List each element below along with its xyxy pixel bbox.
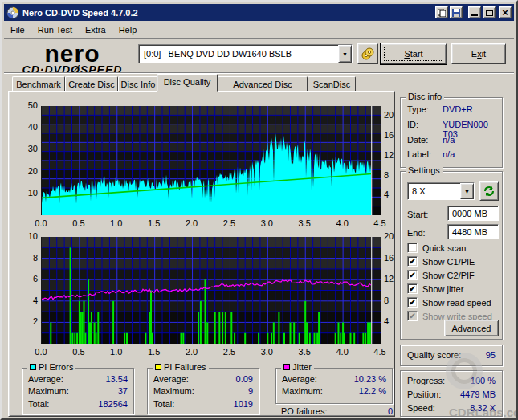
speed-label: Speed:: [407, 403, 435, 413]
speed-select[interactable]: 8 X ▼: [407, 182, 475, 200]
axis-tick-label: 0.0: [31, 347, 51, 357]
settings-group: Settings 8 X ▼ Start: 0000 MB End: 4480 …: [400, 171, 503, 340]
app-icon: [6, 6, 19, 19]
checkbox-label[interactable]: Show C1/PIE: [422, 257, 475, 267]
discs-icon: [361, 47, 375, 60]
axis-tick-label: 2.0: [182, 218, 202, 228]
window-title: Nero CD-DVD Speed 4.7.0.2: [22, 8, 434, 18]
stat-label: Total:: [153, 399, 174, 409]
advanced-button[interactable]: Advanced: [444, 320, 499, 336]
axis-tick-label: 8: [14, 253, 38, 263]
separator: [4, 38, 514, 39]
menu-run-test[interactable]: Run Test: [31, 23, 79, 36]
po-failures-label: PO failures:: [281, 406, 327, 416]
position-label: Position:: [407, 389, 441, 399]
axis-tick-label: 3.0: [257, 347, 276, 357]
drive-select[interactable]: [0:0] BENQ DVD DD DW1640 BSLB ▼: [138, 44, 353, 63]
save-icon[interactable]: [450, 6, 463, 18]
separator: [4, 72, 514, 74]
tab-scandisc[interactable]: ScanDisc: [308, 76, 356, 92]
axis-tick-label: 8: [384, 170, 400, 180]
axis-tick-label: 1.5: [145, 218, 164, 228]
tab-create-disc[interactable]: Create Disc: [65, 76, 118, 92]
logo-text-nero: nero: [11, 42, 133, 66]
stat-value: 9: [248, 386, 253, 396]
disc-info-label: Label:: [407, 149, 431, 159]
axis-tick-label: 12: [384, 274, 400, 283]
checkbox-label[interactable]: Show read speed: [422, 298, 491, 308]
disc-eject-button[interactable]: [357, 43, 378, 64]
axis-tick-label: 4.5: [370, 218, 390, 228]
stat-label: Total:: [28, 399, 49, 409]
menu-file[interactable]: File: [4, 23, 31, 36]
tab-advanced-disc-quality[interactable]: Advanced Disc Quality: [218, 76, 308, 92]
axis-tick-label: 1.5: [145, 347, 164, 357]
axis-tick-label: 2.0: [182, 347, 202, 357]
speed-selected-value: 8 X: [408, 186, 460, 196]
show-c2-pif-checkbox[interactable]: ✔: [407, 270, 418, 280]
axis-tick-label: 20: [384, 110, 400, 120]
chevron-down-icon[interactable]: ▼: [460, 183, 474, 199]
axis-tick-label: 16: [384, 130, 400, 140]
axis-tick-label: 12: [384, 150, 400, 160]
checkbox-label[interactable]: Quick scan: [422, 243, 466, 253]
disc-info-value: n/a: [443, 135, 455, 145]
axis-tick-label: 1.0: [107, 218, 126, 228]
group-title: Settings: [406, 165, 443, 175]
tab-disc-info[interactable]: Disc Info: [118, 76, 158, 92]
jitter-stats: Jitter Average:10.23 % Maximum:12.2 %: [275, 368, 393, 404]
minimize-button[interactable]: [468, 6, 481, 18]
quick-scan-checkbox[interactable]: [407, 243, 418, 253]
jitter-color-chip: [283, 364, 290, 370]
menu-help[interactable]: Help: [112, 23, 144, 36]
axis-tick-label: 4: [384, 316, 400, 326]
stat-label: Maximum:: [153, 386, 194, 396]
exit-button[interactable]: Exit: [451, 43, 506, 64]
tab-benchmark[interactable]: Benchmark: [12, 76, 65, 92]
pi-failures-stats: PI Failures Average:0.09 Maximum:9 Total…: [147, 368, 259, 414]
axis-tick-label: 30: [14, 144, 38, 153]
app-window: Nero CD-DVD Speed 4.7.0.2 × File Run Tes…: [0, 0, 518, 420]
axis-tick-label: 40: [14, 122, 38, 132]
close-button[interactable]: ×: [499, 6, 512, 18]
stat-value: 13.54: [105, 374, 128, 384]
axis-tick-label: 2.5: [219, 218, 239, 228]
axis-tick-label: 3.5: [295, 218, 314, 228]
checkbox-label[interactable]: Show jitter: [422, 284, 463, 294]
pi-errors-stats: PI Errors Average:13.54 Maximum:37 Total…: [22, 368, 134, 414]
show-write-speed-checkbox: ✔: [407, 311, 418, 321]
stat-value: 10.23 %: [354, 374, 386, 384]
disc-info-label: ID:: [407, 120, 418, 129]
group-title: Jitter: [292, 362, 312, 372]
show-jitter-checkbox[interactable]: ✔: [407, 283, 418, 294]
show-c1-pie-checkbox[interactable]: ✔: [407, 256, 418, 267]
disc-info-value: n/a: [443, 149, 455, 159]
progress-label: Progress:: [407, 376, 445, 385]
start-button[interactable]: Start: [381, 43, 447, 64]
axis-tick-label: 8: [384, 296, 400, 305]
stat-value: 182564: [98, 399, 128, 409]
axis-tick-label: 1.0: [107, 347, 126, 357]
end-position-label: End:: [407, 228, 426, 238]
checkbox-label[interactable]: Show C2/PIF: [422, 271, 475, 280]
tab-disc-quality[interactable]: Disc Quality: [157, 74, 218, 92]
pi-failures-color-chip: [155, 364, 161, 370]
stat-value: 1019: [234, 399, 253, 409]
start-position-label: Start:: [407, 210, 428, 219]
position-value: 4479 MB: [460, 389, 496, 399]
end-position-field[interactable]: 4480 MB: [447, 224, 499, 239]
chevron-down-icon[interactable]: ▼: [338, 45, 352, 63]
drive-selected-value: [0:0] BENQ DVD DD DW1640 BSLB: [139, 49, 338, 59]
menu-extra[interactable]: Extra: [79, 23, 112, 36]
quality-score-value: 95: [486, 350, 496, 360]
show-read-speed-checkbox[interactable]: ✔: [407, 297, 418, 308]
axis-tick-label: 3.5: [295, 347, 314, 357]
axis-tick-label: 6: [14, 274, 38, 283]
refresh-button[interactable]: [479, 181, 499, 201]
stat-value: 37: [118, 386, 128, 396]
axis-tick-label: 20: [384, 231, 400, 241]
axis-tick-label: 20: [14, 166, 38, 176]
maximize-button[interactable]: [483, 6, 496, 18]
start-position-field[interactable]: 0000 MB: [447, 206, 499, 221]
clipboard-icon[interactable]: [435, 6, 448, 18]
